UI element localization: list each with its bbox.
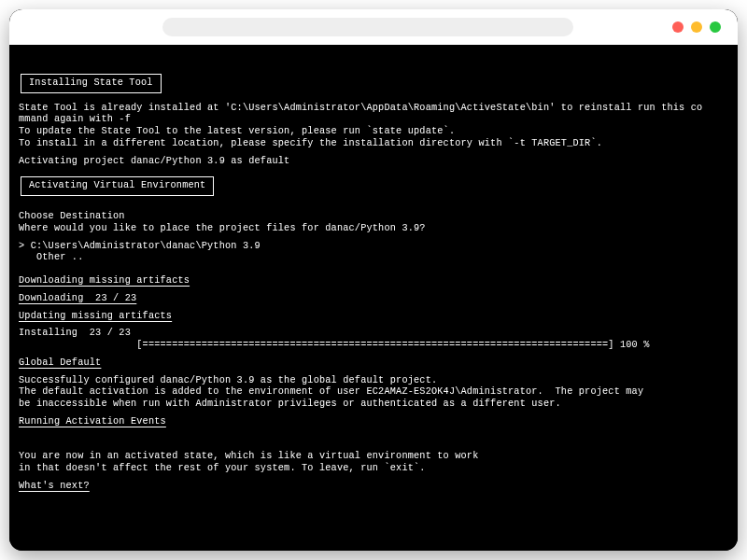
minimize-icon[interactable] — [691, 21, 702, 33]
msg-already-installed-2: mmand again with -f — [19, 114, 131, 124]
msg-choose-dest: Choose Destination — [19, 211, 125, 221]
msg-where-place: Where would you like to place the projec… — [19, 223, 426, 233]
close-icon[interactable] — [672, 21, 684, 33]
heading-downloading-missing: Downloading missing artifacts — [19, 275, 190, 286]
msg-success-2: The default activation is added to the e… — [19, 386, 643, 397]
terminal-output[interactable]: Installing State Tool State Tool is alre… — [9, 45, 738, 551]
msg-activated-1: You are now in an activated state, which… — [19, 451, 478, 461]
msg-diff-location: To install in a different location, plea… — [19, 138, 602, 148]
msg-success-3: be inaccessible when run with Administra… — [19, 399, 561, 409]
window-controls — [672, 21, 721, 33]
heading-running-events: Running Activation Events — [19, 416, 166, 427]
msg-activated-2: in that doesn't affect the rest of your … — [19, 463, 426, 473]
msg-installing-count: Installing 23 / 23 — [19, 328, 131, 338]
heading-updating-missing: Updating missing artifacts — [19, 311, 172, 321]
heading-installing: Installing State Tool — [21, 74, 162, 93]
url-bar[interactable] — [162, 18, 573, 36]
titlebar — [9, 9, 738, 45]
msg-success-1: Successfully configured danac/Python 3.9… — [19, 375, 437, 385]
msg-update-hint: To update the State Tool to the latest v… — [19, 126, 455, 136]
msg-activating-project: Activating project danac/Python 3.9 as d… — [19, 156, 289, 166]
msg-whats-next: What's next? — [19, 481, 90, 491]
browser-window: Installing State Tool State Tool is alre… — [9, 9, 738, 551]
option-other: Other .. — [19, 252, 83, 262]
progress-bar: [=======================================… — [19, 340, 650, 350]
option-path: > C:\Users\Administrator\danac\Python 3.… — [19, 241, 261, 251]
maximize-icon[interactable] — [710, 21, 721, 33]
msg-downloading-count: Downloading 23 / 23 — [19, 293, 136, 303]
heading-activating-env: Activating Virtual Environment — [21, 176, 214, 196]
msg-already-installed-1: State Tool is already installed at 'C:\U… — [19, 103, 702, 113]
heading-global-default: Global Default — [19, 357, 101, 368]
